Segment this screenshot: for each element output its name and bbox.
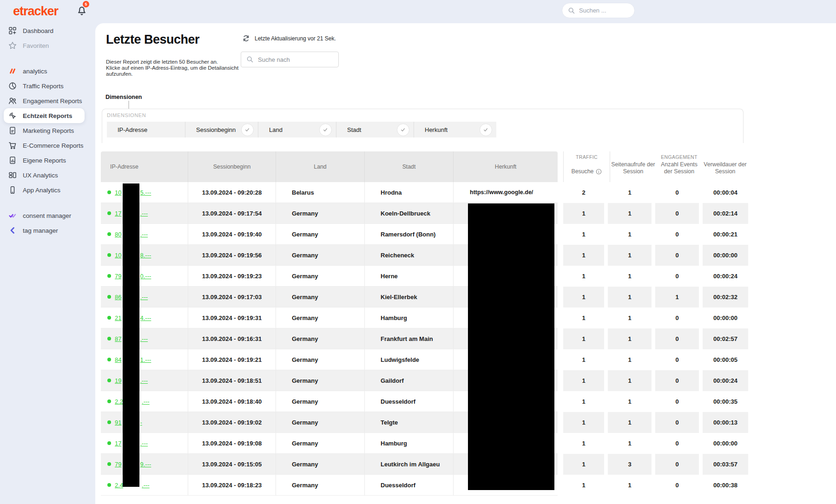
ip-cell[interactable]: 86.--- (101, 287, 188, 307)
check-icon[interactable] (241, 124, 254, 136)
table-row: 841.--- 13.09.2024 - 09:19:21 Germany Lu… (101, 349, 748, 370)
cart-icon (8, 141, 17, 150)
besuche-cell: 1 (563, 412, 604, 433)
ip-cell[interactable]: 214.--- (101, 308, 188, 328)
ip-cell[interactable]: 17.--- (101, 433, 188, 453)
besuche-label: Besuche (572, 168, 594, 175)
ip-cell[interactable]: 80.--- (101, 224, 188, 244)
sidebar-item-consent-manager[interactable]: consent manager (0, 208, 95, 223)
col-header-herkunft[interactable]: Herkunft (453, 151, 558, 182)
sidebar-item-label: Marketing Reports (23, 127, 74, 134)
ip-cell[interactable]: 91- (101, 412, 188, 432)
sidebar-item-app-analytics[interactable]: App Analytics (0, 183, 95, 197)
sessionbeginn-cell: 13.09.2024 - 09:18:51 (188, 370, 276, 391)
seitenaufrufe-cell: 1 (608, 475, 652, 496)
sidebar-item-traffic-reports[interactable]: Traffic Reports (0, 79, 95, 93)
col-header-ip[interactable]: IP-Adresse (101, 151, 188, 182)
besuche-cell: 1 (563, 203, 604, 224)
verweildauer-cell: 00:02:32 (703, 287, 748, 308)
dimensions-panel-label: DIMENSIONEN (107, 112, 146, 118)
seitenaufrufe-cell: 1 (608, 433, 652, 454)
sidebar-item-label: E-Commerce Reports (23, 142, 84, 149)
online-status-dot (107, 399, 111, 403)
anzahl-events-cell: 0 (655, 308, 699, 328)
seitenaufrufe-cell: 1 (608, 266, 652, 287)
land-cell: Belarus (276, 182, 364, 203)
stadt-cell: Herne (364, 266, 453, 286)
ip-cell[interactable]: 87.--- (101, 328, 188, 349)
online-status-dot (107, 420, 111, 424)
sidebar-item-engagement-reports[interactable]: Engagement Reports (0, 93, 95, 108)
sidebar-item-dashboard[interactable]: Dashboard (0, 23, 95, 38)
sidebar-item-ux-analytics[interactable]: UX Analytics (0, 168, 95, 183)
online-status-dot (107, 441, 111, 445)
besuche-cell: 1 (563, 328, 604, 349)
ip-cell[interactable]: 790.--- (101, 266, 188, 286)
ip-cell[interactable]: 105.--- (101, 182, 188, 203)
ip-cell[interactable]: 799.--- (101, 454, 188, 474)
table-row: 19.--- 13.09.2024 - 09:18:51 Germany Gai… (101, 370, 748, 391)
ip-cell[interactable]: 17.--- (101, 203, 188, 223)
land-cell: Germany (276, 266, 364, 286)
report-search[interactable] (241, 52, 339, 67)
chip-stadt[interactable]: Stadt (336, 122, 414, 137)
sidebar-item-marketing-reports[interactable]: Marketing Reports (0, 123, 95, 138)
table-row: 17.--- 13.09.2024 - 09:17:54 Germany Koe… (101, 203, 748, 224)
col-header-verweildauer[interactable]: Verweildauer der Session (702, 160, 748, 182)
check-icon[interactable] (397, 124, 409, 136)
stadt-cell: Frankfurt am Main (364, 328, 453, 349)
verweildauer-cell: 00:00:38 (703, 475, 748, 496)
table-row: 799.--- 13.09.2024 - 09:15:05 Germany Le… (101, 454, 748, 475)
chip-sessionbeginn[interactable]: Sessionbeginn (185, 122, 258, 137)
seitenaufrufe-cell: 1 (608, 308, 652, 328)
dimension-chips: IP-Adresse Sessionbeginn Land Stadt Herk… (107, 122, 496, 137)
dimensions-connector-line (128, 101, 129, 109)
sidebar-item-eigene-reports[interactable]: Eigene Reports (0, 153, 95, 168)
col-header-stadt[interactable]: Stadt (364, 151, 453, 182)
check-icon[interactable] (480, 124, 492, 136)
verweildauer-cell: 00:00:35 (703, 391, 748, 412)
sidebar: Dashboard Favoriten analytics Traffic Re… (0, 23, 95, 504)
report-search-input[interactable] (258, 56, 328, 63)
verweildauer-cell: 00:00:00 (703, 308, 748, 328)
chip-ip-adresse[interactable]: IP-Adresse (107, 122, 185, 137)
ip-cell[interactable]: 19.--- (101, 370, 188, 391)
col-header-seitenaufrufe[interactable]: Seitenaufrufe der Session (610, 160, 656, 182)
ip-cell[interactable]: 108.--- (101, 245, 188, 265)
ip-cell[interactable]: 841.--- (101, 349, 188, 370)
besuche-cell: 1 (563, 349, 604, 370)
col-header-sessionbeginn[interactable]: Sessionbeginn (188, 151, 276, 182)
stadt-cell: Ludwigsfelde (364, 349, 453, 370)
chip-herkunft[interactable]: Herkunft (414, 122, 496, 137)
land-cell: Germany (276, 224, 364, 244)
chip-land[interactable]: Land (258, 122, 336, 137)
ip-cell[interactable]: 2.2.--- (101, 391, 188, 412)
global-search[interactable] (562, 3, 635, 18)
sidebar-item-favoriten[interactable]: Favoriten (0, 38, 95, 53)
col-header-anzahl-events[interactable]: Anzahl Events der Session (656, 160, 702, 182)
check-icon[interactable] (319, 124, 332, 136)
table-header: IP-Adresse Sessionbeginn Land Stadt Herk… (101, 151, 748, 182)
sessionbeginn-cell: 13.09.2024 - 09:19:02 (188, 412, 276, 432)
seitenaufrufe-cell: 3 (608, 454, 652, 475)
star-icon (8, 41, 17, 50)
global-search-input[interactable] (579, 7, 625, 14)
land-cell: Germany (276, 433, 364, 453)
anzahl-events-cell: 0 (655, 370, 699, 391)
sidebar-item-echtzeit-reports[interactable]: Echtzeit Reports (0, 108, 95, 123)
sidebar-item-label: Traffic Reports (23, 83, 64, 90)
col-header-besuche[interactable]: Besuche (564, 160, 610, 182)
col-header-land[interactable]: Land (276, 151, 364, 182)
sidebar-item-ecommerce-reports[interactable]: E-Commerce Reports (0, 138, 95, 153)
anzahl-events-cell: 0 (655, 182, 699, 203)
anzahl-events-cell: 0 (655, 454, 699, 475)
sidebar-item-analytics[interactable]: analytics (0, 64, 95, 79)
refresh-icon[interactable] (242, 34, 250, 42)
ip-cell[interactable]: 2.4.--- (101, 475, 188, 495)
sessionbeginn-cell: 13.09.2024 - 09:19:40 (188, 224, 276, 244)
topbar: etracker 5 (0, 0, 836, 23)
info-icon[interactable] (596, 169, 602, 175)
sidebar-item-tag-manager[interactable]: tag manager (0, 223, 95, 238)
online-status-dot (107, 337, 111, 340)
search-icon (246, 56, 254, 63)
